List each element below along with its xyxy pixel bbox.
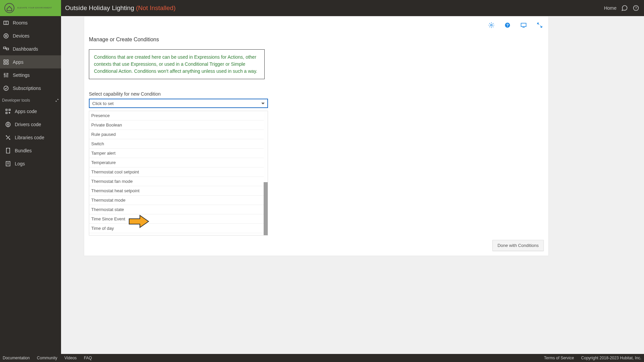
subscriptions-icon bbox=[3, 85, 9, 92]
sidebar-item-settings[interactable]: Settings bbox=[0, 68, 61, 82]
footer-link-community[interactable]: Community bbox=[37, 356, 57, 360]
svg-rect-7 bbox=[4, 47, 6, 49]
listbox-scrollbar-thumb[interactable] bbox=[264, 182, 268, 235]
svg-point-5 bbox=[4, 34, 8, 38]
footer-link-faq[interactable]: FAQ bbox=[84, 356, 92, 360]
svg-point-18 bbox=[7, 73, 8, 74]
help-icon[interactable]: ? bbox=[504, 22, 511, 29]
card-toolbar: ? bbox=[488, 22, 543, 29]
sidebar-item-label: Settings bbox=[13, 72, 30, 78]
option-time-since-event[interactable]: Time Since Event bbox=[89, 214, 268, 224]
svg-point-34 bbox=[491, 24, 492, 26]
install-status: (Not Installed) bbox=[136, 4, 175, 11]
chat-icon[interactable] bbox=[621, 5, 628, 11]
collapse-icon bbox=[55, 98, 59, 102]
capability-select[interactable]: Click to set bbox=[89, 99, 268, 108]
dashboards-icon bbox=[3, 46, 9, 52]
svg-rect-10 bbox=[7, 60, 8, 61]
sidebar-item-label: Drivers code bbox=[15, 122, 41, 127]
logo[interactable]: Hubitat ELEVATE YOUR ENVIRONMENT bbox=[0, 0, 61, 16]
annotation-arrow-icon bbox=[128, 214, 149, 229]
option-thermostat-state[interactable]: Thermostat state bbox=[89, 205, 268, 214]
option-presence[interactable]: Presence bbox=[89, 111, 268, 120]
sidebar-item-rooms[interactable]: Rooms bbox=[0, 16, 61, 29]
content-card: ? Manage or Create Conditions Conditions… bbox=[84, 16, 549, 256]
option-thermostat-mode[interactable]: Thermostat mode bbox=[89, 196, 268, 205]
info-box: Conditions that are created here can be … bbox=[89, 49, 265, 79]
sidebar-item-label: Bundles bbox=[15, 148, 32, 153]
expand-icon[interactable] bbox=[536, 22, 543, 29]
hubitat-logo-icon bbox=[4, 3, 15, 13]
rooms-icon bbox=[3, 19, 9, 26]
settings-icon bbox=[3, 72, 9, 79]
help-icon[interactable]: ? bbox=[633, 5, 639, 11]
option-valve[interactable]: Valve bbox=[89, 233, 268, 235]
sidebar-item-label: Libraries code bbox=[15, 135, 44, 140]
main-content: ? Manage or Create Conditions Conditions… bbox=[61, 16, 644, 354]
svg-rect-8 bbox=[6, 48, 9, 50]
sidebar-item-bundles[interactable]: Bundles bbox=[0, 144, 61, 157]
svg-point-30 bbox=[9, 139, 10, 140]
done-button[interactable]: Done with Conditions bbox=[492, 240, 544, 251]
sidebar-item-apps[interactable]: Apps bbox=[0, 55, 61, 68]
svg-rect-21 bbox=[9, 109, 10, 110]
footer: Documentation Community Videos FAQ Terms… bbox=[0, 354, 644, 362]
option-tamper-alert[interactable]: Tamper alert bbox=[89, 149, 268, 158]
svg-point-0 bbox=[5, 3, 14, 13]
sidebar: Rooms Devices Dashboards Apps Settings S… bbox=[0, 16, 61, 354]
svg-text:?: ? bbox=[506, 23, 508, 27]
svg-point-19 bbox=[4, 86, 8, 90]
footer-right: Terms of Service Copyright 2018-2023 Hub… bbox=[538, 356, 641, 360]
sidebar-item-logs[interactable]: Logs bbox=[0, 157, 61, 170]
drivers-code-icon bbox=[5, 121, 11, 128]
option-rule-paused[interactable]: Rule paused bbox=[89, 130, 268, 139]
svg-rect-9 bbox=[4, 60, 5, 61]
select-label: Select capability for new Condition bbox=[89, 91, 544, 97]
bundles-icon bbox=[5, 147, 11, 154]
select-placeholder: Click to set bbox=[92, 101, 114, 106]
gear-icon[interactable] bbox=[488, 22, 495, 29]
libraries-code-icon bbox=[5, 134, 11, 141]
apps-icon bbox=[3, 59, 9, 65]
footer-tos[interactable]: Terms of Service bbox=[544, 356, 574, 360]
option-private-boolean[interactable]: Private Boolean bbox=[89, 120, 268, 130]
footer-links: Documentation Community Videos FAQ bbox=[3, 356, 98, 360]
option-temperature[interactable]: Temperature bbox=[89, 158, 268, 167]
option-thermostat-fan-mode[interactable]: Thermostat fan mode bbox=[89, 177, 268, 186]
sidebar-item-subscriptions[interactable]: Subscriptions bbox=[0, 82, 61, 95]
footer-copyright: Copyright 2018-2023 Hubitat, Inc. bbox=[581, 356, 641, 360]
sidebar-item-apps-code[interactable]: Apps code bbox=[0, 105, 61, 118]
sidebar-item-drivers-code[interactable]: Drivers code bbox=[0, 118, 61, 131]
sidebar-item-label: Logs bbox=[15, 161, 25, 166]
sidebar-item-label: Apps code bbox=[15, 109, 37, 114]
svg-point-29 bbox=[6, 135, 7, 136]
sidebar-item-label: Rooms bbox=[13, 20, 28, 25]
screen-icon[interactable] bbox=[520, 22, 527, 29]
svg-point-17 bbox=[5, 75, 6, 76]
footer-link-videos[interactable]: Videos bbox=[64, 356, 76, 360]
option-thermostat-heat-setpoint[interactable]: Thermostat heat setpoint bbox=[89, 186, 268, 196]
option-thermostat-cool-setpoint[interactable]: Thermostat cool setpoint bbox=[89, 167, 268, 177]
logs-icon bbox=[5, 160, 11, 167]
top-right-nav: Home ? bbox=[604, 5, 639, 11]
sidebar-item-label: Apps bbox=[13, 59, 23, 65]
footer-link-documentation[interactable]: Documentation bbox=[3, 356, 30, 360]
devices-icon bbox=[3, 33, 9, 39]
svg-rect-11 bbox=[4, 62, 5, 64]
option-time-of-day[interactable]: Time of day bbox=[89, 224, 268, 233]
svg-rect-37 bbox=[521, 23, 526, 27]
section-title: Manage or Create Conditions bbox=[89, 37, 544, 43]
home-link[interactable]: Home bbox=[604, 5, 616, 11]
sidebar-item-libraries-code[interactable]: Libraries code bbox=[0, 131, 61, 144]
sidebar-section-developer[interactable]: Developer tools bbox=[0, 96, 61, 105]
capability-listbox: Presence Private Boolean Rule paused Swi… bbox=[89, 111, 268, 236]
apps-code-icon bbox=[5, 108, 11, 115]
svg-rect-22 bbox=[6, 112, 7, 113]
sidebar-item-dashboards[interactable]: Dashboards bbox=[0, 42, 61, 55]
svg-rect-12 bbox=[7, 62, 8, 64]
option-switch[interactable]: Switch bbox=[89, 139, 268, 149]
svg-rect-20 bbox=[6, 109, 7, 110]
sidebar-item-devices[interactable]: Devices bbox=[0, 29, 61, 42]
logo-text: Hubitat ELEVATE YOUR ENVIRONMENT bbox=[17, 8, 52, 9]
page-title: Outside Holiday Lighting (Not Installed) bbox=[65, 4, 176, 12]
